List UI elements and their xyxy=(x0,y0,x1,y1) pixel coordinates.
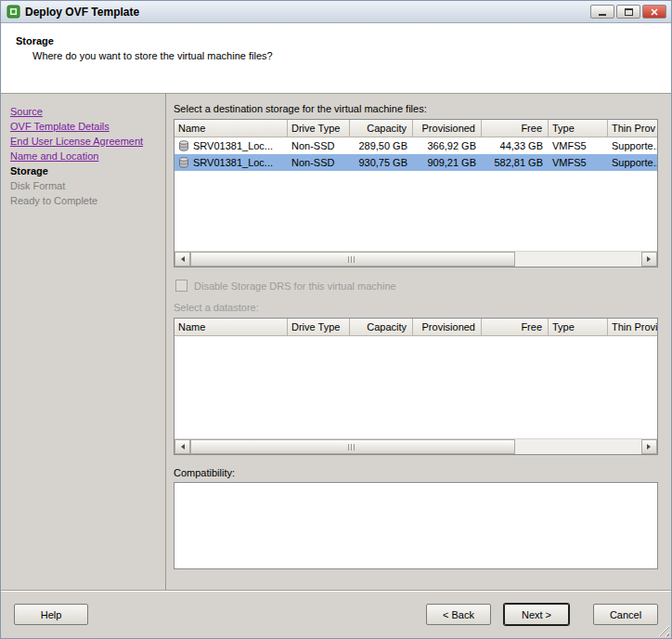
datastore-capacity: 930,75 GB xyxy=(350,157,413,168)
disable-storage-drs-checkbox[interactable]: Disable Storage DRS for this virtual mac… xyxy=(175,280,658,292)
storage-step-panel: Select a destination storage for the vir… xyxy=(166,94,671,590)
scrollbar-track[interactable] xyxy=(190,252,641,267)
column-header-thin-provisioning[interactable]: Thin Prov xyxy=(608,120,657,137)
wizard-steps-sidebar: Source OVF Template Details End User Lic… xyxy=(1,94,166,590)
column-header-thin-provisioning[interactable]: Thin Provis xyxy=(608,319,657,336)
horizontal-scrollbar[interactable] xyxy=(174,251,657,267)
datastore-type: VMFS5 xyxy=(549,157,608,168)
datastore-list-header: Name Drive Type Capacity Provisioned Fre… xyxy=(174,319,657,336)
titlebar[interactable]: Deploy OVF Template xyxy=(1,1,671,23)
datastore-drive-type: Non-SSD xyxy=(288,140,350,151)
sidebar-item-source[interactable]: Source xyxy=(10,106,160,118)
datastore-name: SRV01381_Loc... xyxy=(193,157,273,168)
sidebar-item-ovf-template-details[interactable]: OVF Template Details xyxy=(10,121,160,133)
resize-grip-icon[interactable] xyxy=(657,624,669,636)
select-storage-label: Select a destination storage for the vir… xyxy=(174,103,658,114)
compatibility-label: Compatibility: xyxy=(174,467,658,478)
scroll-right-icon[interactable] xyxy=(641,439,657,454)
datastore-disk-icon xyxy=(178,157,189,168)
step-title: Storage xyxy=(16,35,671,46)
wizard-header: Storage Where do you want to store the v… xyxy=(1,23,671,94)
column-header-name[interactable]: Name xyxy=(174,120,288,137)
maximize-icon[interactable] xyxy=(616,5,640,19)
storage-list-body: SRV01381_Loc... Non-SSD 289,50 GB 366,92… xyxy=(174,137,657,251)
vsphere-app-icon xyxy=(6,5,20,19)
column-header-type[interactable]: Type xyxy=(549,120,608,137)
datastore-provisioned: 366,92 GB xyxy=(413,140,482,151)
datastore-free: 582,81 GB xyxy=(482,157,549,168)
datastore-type: VMFS5 xyxy=(549,140,608,151)
window-controls xyxy=(590,5,666,19)
scrollbar-thumb[interactable] xyxy=(190,439,515,454)
wizard-body: Source OVF Template Details End User Lic… xyxy=(1,94,671,590)
sidebar-item-name-and-location[interactable]: Name and Location xyxy=(10,150,160,163)
horizontal-scrollbar[interactable] xyxy=(174,438,657,454)
column-header-drive-type[interactable]: Drive Type xyxy=(288,120,350,137)
sidebar-item-storage: Storage xyxy=(10,165,160,177)
deploy-ovf-template-window: Deploy OVF Template Storage Where do you… xyxy=(0,0,672,639)
datastore-list: Name Drive Type Capacity Provisioned Fre… xyxy=(174,318,658,455)
storage-row-2-selected[interactable]: SRV01381_Loc... Non-SSD 930,75 GB 909,21… xyxy=(174,154,657,171)
destination-storage-list: Name Drive Type Capacity Provisioned Fre… xyxy=(174,119,658,267)
column-header-capacity[interactable]: Capacity xyxy=(350,319,413,336)
sidebar-item-end-user-license-agreement[interactable]: End User License Agreement xyxy=(10,136,160,148)
sidebar-item-ready-to-complete: Ready to Complete xyxy=(10,195,160,207)
storage-row-1[interactable]: SRV01381_Loc... Non-SSD 289,50 GB 366,92… xyxy=(174,137,657,154)
compatibility-box xyxy=(174,482,658,569)
checkbox-icon xyxy=(175,280,187,292)
help-button[interactable]: Help xyxy=(14,604,88,625)
scroll-left-icon[interactable] xyxy=(174,252,190,267)
wizard-footer: Help < Back Next > Cancel xyxy=(1,590,671,638)
datastore-thin-provisioning: Supporte... xyxy=(608,140,657,151)
column-header-drive-type[interactable]: Drive Type xyxy=(288,319,350,336)
scroll-left-icon[interactable] xyxy=(174,439,190,454)
scroll-right-icon[interactable] xyxy=(641,252,657,267)
next-button[interactable]: Next > xyxy=(504,604,569,625)
sidebar-item-disk-format: Disk Format xyxy=(10,180,160,192)
column-header-provisioned[interactable]: Provisioned xyxy=(413,120,482,137)
datastore-provisioned: 909,21 GB xyxy=(413,157,482,168)
step-subtitle: Where do you want to store the virtual m… xyxy=(32,50,671,61)
cancel-button[interactable]: Cancel xyxy=(593,604,658,625)
disable-storage-drs-label: Disable Storage DRS for this virtual mac… xyxy=(194,280,396,292)
datastore-list-body xyxy=(174,336,657,438)
column-header-free[interactable]: Free xyxy=(482,319,549,336)
datastore-drive-type: Non-SSD xyxy=(288,157,350,168)
datastore-free: 44,33 GB xyxy=(482,140,549,151)
window-title: Deploy OVF Template xyxy=(25,6,590,19)
column-header-name[interactable]: Name xyxy=(174,319,288,336)
scrollbar-thumb[interactable] xyxy=(190,252,515,267)
datastore-thin-provisioning: Supporte... xyxy=(608,157,657,168)
scrollbar-track[interactable] xyxy=(190,439,641,454)
back-button[interactable]: < Back xyxy=(426,604,491,625)
minimize-icon[interactable] xyxy=(590,5,614,19)
column-header-provisioned[interactable]: Provisioned xyxy=(413,319,482,336)
select-datastore-label: Select a datastore: xyxy=(174,302,658,313)
close-icon[interactable] xyxy=(642,5,666,19)
column-header-free[interactable]: Free xyxy=(482,120,549,137)
datastore-capacity: 289,50 GB xyxy=(350,140,413,151)
datastore-name: SRV01381_Loc... xyxy=(193,140,273,151)
column-header-type[interactable]: Type xyxy=(549,319,608,336)
column-header-capacity[interactable]: Capacity xyxy=(350,120,413,137)
storage-list-header: Name Drive Type Capacity Provisioned Fre… xyxy=(174,120,657,137)
datastore-disk-icon xyxy=(178,140,189,151)
